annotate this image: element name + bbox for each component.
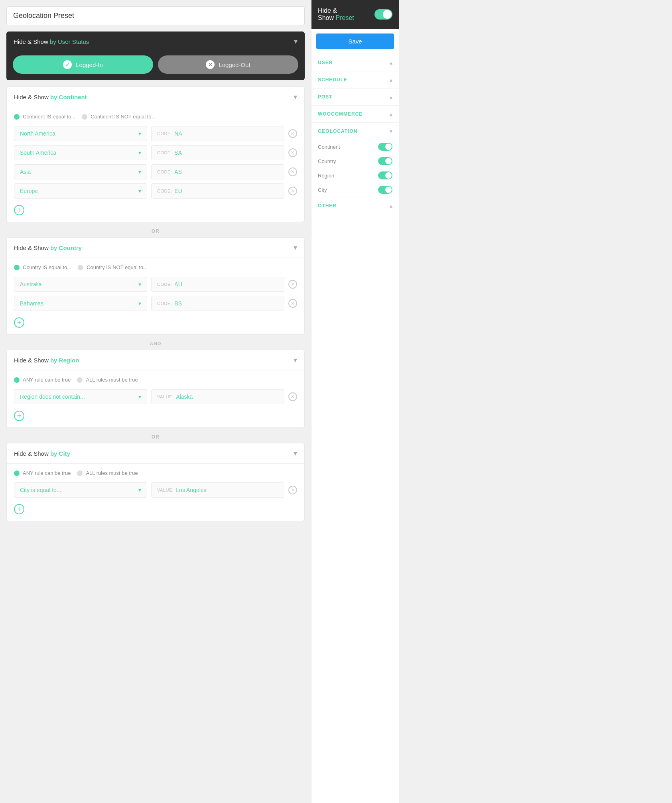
country-code-0: CODE: AU bbox=[151, 277, 284, 292]
remove-continent-1[interactable]: ✕ bbox=[288, 148, 297, 157]
sidebar-geo-chevron[interactable] bbox=[390, 128, 392, 134]
country-title: Hide & Show by Country bbox=[14, 244, 82, 251]
region-toggle[interactable] bbox=[378, 171, 392, 179]
country-row-0: Australia ▾ CODE: AU ✕ bbox=[14, 277, 297, 292]
sidebar-schedule-chevron[interactable] bbox=[390, 77, 392, 83]
remove-country-0[interactable]: ✕ bbox=[288, 280, 297, 289]
region-select-0[interactable]: Region does not contain... ▾ bbox=[14, 389, 147, 404]
country-card: Hide & Show by Country Country IS equal … bbox=[6, 237, 305, 335]
sidebar-post-header[interactable]: POST bbox=[311, 89, 399, 105]
continent-is-not-toggle[interactable]: Continent IS NOT equal to... bbox=[82, 114, 156, 120]
remove-continent-2[interactable]: ✕ bbox=[288, 167, 297, 176]
region-chevron[interactable] bbox=[294, 356, 297, 364]
user-status-chevron[interactable] bbox=[294, 37, 298, 46]
remove-region-0[interactable]: ✕ bbox=[288, 392, 297, 401]
sidebar-user-label: USER bbox=[318, 60, 333, 65]
region-body: ANY rule can be true ALL rules must be t… bbox=[7, 370, 304, 427]
city-select-0[interactable]: City is equal to... ▾ bbox=[14, 482, 147, 498]
add-continent-button[interactable]: + bbox=[14, 205, 24, 215]
and-connector: AND bbox=[6, 338, 305, 350]
remove-city-0[interactable]: ✕ bbox=[288, 486, 297, 494]
sidebar-geo-label: GEOLOCATION bbox=[318, 128, 357, 134]
sidebar-other-chevron[interactable] bbox=[390, 203, 392, 209]
sidebar-schedule-header[interactable]: SCHEDULE bbox=[311, 71, 399, 88]
region-any-dot bbox=[14, 377, 20, 383]
continent-toggle-row: Continent IS equal to... Continent IS NO… bbox=[14, 114, 297, 120]
city-body: ANY rule can be true ALL rules must be t… bbox=[7, 464, 304, 521]
region-all-toggle[interactable]: ALL rules must be true bbox=[77, 377, 138, 383]
region-select-chevron-0: ▾ bbox=[138, 394, 141, 400]
sidebar-section-other: OTHER bbox=[311, 197, 399, 214]
city-any-dot bbox=[14, 470, 20, 476]
continent-row-2: Asia ▾ CODE: AS ✕ bbox=[14, 164, 297, 179]
country-body: Country IS equal to... Country IS NOT eq… bbox=[7, 258, 304, 334]
sidebar-post-chevron[interactable] bbox=[390, 94, 392, 100]
continent-card: Hide & Show by Continent Continent IS eq… bbox=[6, 87, 305, 222]
country-is-not-toggle[interactable]: Country IS NOT equal to... bbox=[78, 264, 148, 270]
continent-header[interactable]: Hide & Show by Continent bbox=[7, 87, 304, 107]
continent-select-2[interactable]: Asia ▾ bbox=[14, 164, 147, 179]
city-chevron[interactable] bbox=[294, 449, 297, 458]
sidebar-woo-header[interactable]: WOOCOMMERCE bbox=[311, 106, 399, 122]
continent-row-0: North America ▾ CODE: NA ✕ bbox=[14, 126, 297, 141]
preset-toggle[interactable] bbox=[374, 9, 392, 20]
country-is-dot bbox=[14, 265, 20, 270]
continent-select-3[interactable]: Europe ▾ bbox=[14, 183, 147, 199]
sidebar-user-header[interactable]: USER bbox=[311, 54, 399, 71]
sidebar-other-header[interactable]: OTHER bbox=[311, 197, 399, 214]
remove-country-1[interactable]: ✕ bbox=[288, 299, 297, 308]
add-continent-wrapper: + bbox=[14, 203, 297, 215]
continent-title: Hide & Show by Continent bbox=[14, 94, 87, 100]
city-header[interactable]: Hide & Show by City bbox=[7, 443, 304, 464]
remove-continent-0[interactable]: ✕ bbox=[288, 129, 297, 138]
logged-out-button[interactable]: ✕ Logged-Out bbox=[158, 55, 298, 74]
continent-chevron[interactable] bbox=[294, 93, 297, 101]
city-all-toggle[interactable]: ALL rules must be true bbox=[77, 470, 138, 476]
save-button[interactable]: Save bbox=[316, 33, 394, 49]
continent-code-2: CODE: AS bbox=[151, 164, 284, 179]
logged-in-button[interactable]: ✓ Logged-In bbox=[13, 55, 153, 74]
continent-code-3: CODE: EU bbox=[151, 183, 284, 199]
city-row-0: City is equal to... ▾ VALUE: Los Angeles… bbox=[14, 482, 297, 498]
sidebar-user-chevron[interactable] bbox=[390, 59, 392, 66]
user-status-header[interactable]: Hide & Show by User Status bbox=[6, 31, 305, 51]
add-city-button[interactable]: + bbox=[14, 504, 24, 514]
continent-code-1: CODE: SA bbox=[151, 145, 284, 160]
country-chevron[interactable] bbox=[294, 243, 297, 252]
country-select-0[interactable]: Australia ▾ bbox=[14, 277, 147, 292]
city-any-toggle[interactable]: ANY rule can be true bbox=[14, 470, 71, 476]
country-toggle[interactable] bbox=[378, 157, 392, 165]
country-chevron-0: ▾ bbox=[138, 281, 141, 287]
country-toggle-row: Country IS equal to... Country IS NOT eq… bbox=[14, 264, 297, 270]
region-row-0: Region does not contain... ▾ VALUE: Alas… bbox=[14, 389, 297, 404]
region-toggle-row: ANY rule can be true ALL rules must be t… bbox=[14, 377, 297, 383]
continent-toggle[interactable] bbox=[378, 143, 392, 151]
continent-select-1[interactable]: South America ▾ bbox=[14, 145, 147, 160]
preset-title-input[interactable] bbox=[6, 6, 305, 25]
country-select-1[interactable]: Bahamas ▾ bbox=[14, 296, 147, 311]
sidebar-other-label: OTHER bbox=[318, 203, 337, 209]
region-value-0: VALUE: Alaska bbox=[151, 389, 284, 404]
sidebar-title: Hide & Show Preset bbox=[318, 7, 374, 22]
region-header[interactable]: Hide & Show by Region bbox=[7, 350, 304, 370]
region-card: Hide & Show by Region ANY rule can be tr… bbox=[6, 350, 305, 428]
add-region-button[interactable]: + bbox=[14, 411, 24, 421]
city-toggle[interactable] bbox=[378, 186, 392, 194]
add-country-button[interactable]: + bbox=[14, 317, 24, 328]
select-chevron-2: ▾ bbox=[138, 169, 141, 175]
continent-is-toggle[interactable]: Continent IS equal to... bbox=[14, 114, 75, 120]
sidebar-geo-header[interactable]: GEOLOCATION bbox=[311, 123, 399, 140]
sidebar-section-post: POST bbox=[311, 88, 399, 105]
remove-continent-3[interactable]: ✕ bbox=[288, 187, 297, 195]
country-is-toggle[interactable]: Country IS equal to... bbox=[14, 264, 71, 270]
sidebar-item-region: Region bbox=[311, 168, 399, 183]
country-chevron-1: ▾ bbox=[138, 300, 141, 307]
continent-select-0[interactable]: North America ▾ bbox=[14, 126, 147, 141]
city-card: Hide & Show by City ANY rule can be true… bbox=[6, 443, 305, 521]
x-circle-icon: ✕ bbox=[206, 60, 215, 69]
sidebar-woo-chevron[interactable] bbox=[390, 111, 392, 117]
country-header[interactable]: Hide & Show by Country bbox=[7, 238, 304, 258]
region-any-toggle[interactable]: ANY rule can be true bbox=[14, 377, 71, 383]
add-region-wrapper: + bbox=[14, 408, 297, 421]
select-chevron-1: ▾ bbox=[138, 150, 141, 156]
